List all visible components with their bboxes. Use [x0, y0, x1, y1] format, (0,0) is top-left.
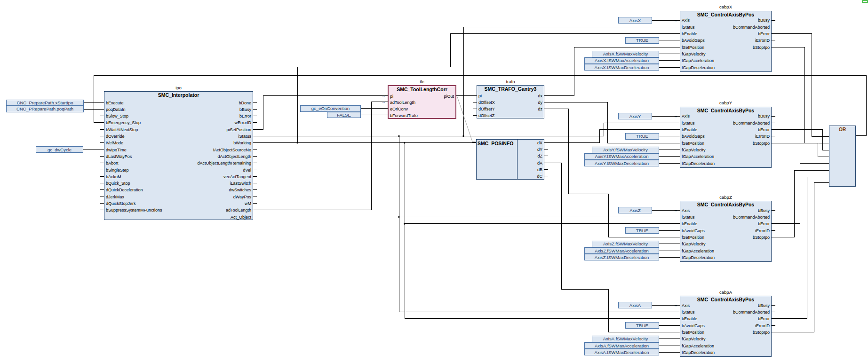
pin-ipo-bsinglestep[interactable]: bSingleStep	[106, 168, 129, 173]
pin-trafo-doffsetx[interactable]: dOffsetX	[478, 100, 495, 105]
literal-axisx-5[interactable]: AxisX	[618, 17, 652, 24]
pin-cabpa-fgapvelocity[interactable]: fGapVelocity	[682, 337, 706, 342]
fb-cabpy-instance-name[interactable]: cabpY	[680, 100, 772, 105]
pin-ipo-dwswitches[interactable]: dwSwitches	[229, 188, 251, 193]
pin-ipo-bbusy[interactable]: bBusy	[239, 107, 251, 112]
pin-cabpx-benable[interactable]: bEnable	[682, 31, 697, 37]
pin-ipo-bquick-stop[interactable]: bQuick_Stop	[106, 181, 130, 186]
pin-posinfo-dz[interactable]: dZ	[537, 154, 542, 159]
pin-cabpy-fgapvelocity[interactable]: fGapVelocity	[682, 148, 706, 153]
pin-trafo-pi[interactable]: pi	[478, 94, 482, 99]
fb-or[interactable]: OR	[829, 126, 856, 187]
pin-ipo-iactobjectsourceno[interactable]: iActObjectSourceNo	[213, 148, 251, 153]
literal-axisx-fswmaxdeceleration-9[interactable]: AxisX.fSWMaxDeceleration	[584, 64, 659, 71]
pin-ipo-dwipotime[interactable]: dwIpoTime	[106, 148, 127, 153]
fb-trafo-instance-name[interactable]: trafo	[477, 79, 544, 84]
literal-axisx-fswmaxvelocity-7[interactable]: AxisX.fSWMaxVelocity	[592, 51, 659, 57]
pin-cabpz-fgapdeceleration[interactable]: fGapDeceleration	[682, 255, 715, 260]
pin-ipo-vecacttangent[interactable]: vecActTangent	[223, 174, 251, 180]
literal-axisy-fswmaxdeceleration-14[interactable]: AxisY.fSWMaxDeceleration	[584, 160, 659, 166]
pin-cabpy-fgapacceleration[interactable]: fGapAcceleration	[682, 154, 714, 159]
literal-axisz-fswmaxdeceleration-19[interactable]: AxisZ.fSWMaxDeceleration	[584, 254, 659, 260]
literal-axisy-fswmaxvelocity-12[interactable]: AxisY.fSWMaxVelocity	[592, 147, 659, 153]
fb-cabpy[interactable]: SMC_ControlAxisByPosAxisiStatusbEnablebA…	[680, 107, 772, 168]
pin-ipo-wm[interactable]: wM	[245, 201, 251, 206]
pin-trafo-dx[interactable]: dx	[538, 94, 542, 99]
literal-axisz-15[interactable]: AxisZ	[618, 207, 652, 213]
pin-ipo-dactobjectlength[interactable]: dActObjectLength	[217, 154, 251, 159]
literal-axisa-fswmaxdeceleration-24[interactable]: AxisA.fSWMaxDeceleration	[584, 349, 659, 355]
pin-cabpz-bstopipo[interactable]: bStopIpo	[753, 235, 770, 240]
pin-cabpy-bcommandaborted[interactable]: bCommandAborted	[733, 121, 770, 126]
pin-ipo-bworking[interactable]: bWorking	[233, 141, 251, 146]
fb-cabpz-instance-name[interactable]: cabpZ	[680, 195, 772, 200]
pin-ipo-bslow-stop[interactable]: bSlow_Stop	[106, 114, 128, 119]
pin-cabpy-bbusy[interactable]: bBusy	[758, 114, 770, 119]
pin-ipo-doverride[interactable]: dOverride	[106, 134, 125, 139]
pin-cabpa-berror[interactable]: bError	[758, 316, 770, 322]
pin-ipo-bexecute[interactable]: bExecute	[106, 101, 124, 106]
literal-axisx-fswmaxacceleration-8[interactable]: AxisX.fSWMaxAcceleration	[584, 57, 659, 64]
pin-cabpy-fgapdeceleration[interactable]: fGapDeceleration	[682, 161, 715, 166]
fb-tlc-instance-name[interactable]: tlc	[388, 79, 456, 84]
fb-ipo[interactable]: SMC_InterpolatorbExecutepoqDataInbSlow_S…	[104, 91, 253, 220]
fb-ipo-instance-name[interactable]: ipo	[104, 85, 253, 90]
pin-cabpa-bcommandaborted[interactable]: bCommandAborted	[733, 310, 770, 315]
pin-posinfo-dc[interactable]: dC	[537, 174, 542, 179]
literal-gc-eoriconvention-3[interactable]: gc_eOriConvention	[300, 105, 361, 112]
pin-posinfo-dy[interactable]: dY	[537, 147, 542, 152]
pin-cabpa-axis[interactable]: Axis	[682, 303, 690, 308]
pin-cabpz-berror[interactable]: bError	[758, 221, 770, 227]
pin-cabpa-istatus[interactable]: iStatus	[682, 310, 695, 315]
pin-cabpx-fgapacceleration[interactable]: fGapAcceleration	[682, 58, 714, 63]
pin-posinfo-da[interactable]: dA	[537, 161, 542, 166]
pin-ipo-werrorid[interactable]: wErrorID	[235, 120, 252, 126]
literal-gc-dwcycle-2[interactable]: gc_dwCycle	[36, 146, 83, 153]
pin-ipo-act-object[interactable]: Act_Object	[231, 215, 251, 220]
pin-tlc-pi[interactable]: pi	[390, 94, 393, 99]
literal-true-21[interactable]: TRUE	[625, 322, 659, 329]
pin-cabpz-ierrorid[interactable]: iErrorID	[755, 228, 770, 234]
pin-cabpz-bbusy[interactable]: bBusy	[758, 208, 770, 213]
pin-posinfo-db[interactable]: dB	[537, 167, 542, 173]
pin-tlc-eoriconv[interactable]: eOriConv	[390, 107, 408, 112]
pin-tlc-adtoollength[interactable]: adToolLength	[390, 100, 415, 105]
pin-cabpz-fsetposition[interactable]: fSetPosition	[682, 235, 704, 240]
pin-posinfo-dx[interactable]: dX	[537, 141, 542, 146]
pin-tlc-piout[interactable]: piOut	[444, 94, 454, 99]
pin-cabpx-fgapdeceleration[interactable]: fGapDeceleration	[682, 65, 715, 71]
pin-cabpa-bstopipo[interactable]: bStopIpo	[753, 330, 770, 335]
pin-ipo-berror[interactable]: bError	[239, 114, 251, 119]
literal-true-16[interactable]: TRUE	[625, 227, 659, 234]
pin-cabpa-fgapacceleration[interactable]: fGapAcceleration	[682, 344, 714, 349]
pin-ipo-poqdatain[interactable]: poqDataIn	[106, 107, 126, 112]
pin-cabpa-bbusy[interactable]: bBusy	[758, 303, 770, 308]
fb-cabpx[interactable]: SMC_ControlAxisByPosAxisiStatusbEnablebA…	[680, 11, 772, 72]
pin-cabpy-bavoidgaps[interactable]: bAvoidGaps	[682, 134, 705, 139]
pin-cabpz-istatus[interactable]: iStatus	[682, 215, 695, 220]
pin-cabpx-bstopipo[interactable]: bStopIpo	[753, 45, 770, 50]
literal-axisz-fswmaxacceleration-18[interactable]: AxisZ.fSWMaxAcceleration	[584, 247, 659, 254]
pin-trafo-dy[interactable]: dy	[538, 100, 542, 105]
pin-ipo-bsuppresssystemmfunctions[interactable]: bSuppressSystemMFunctions	[106, 208, 162, 213]
pin-cabpx-ierrorid[interactable]: iErrorID	[755, 38, 770, 43]
literal-true-6[interactable]: TRUE	[625, 37, 659, 44]
pin-ipo-dquickdeceleration[interactable]: dQuickDeceleration	[106, 188, 143, 193]
pin-cabpy-benable[interactable]: bEnable	[682, 127, 697, 133]
pin-cabpz-benable[interactable]: bEnable	[682, 221, 697, 227]
fb-cabpz[interactable]: SMC_ControlAxisByPosAxisiStatusbEnablebA…	[680, 201, 772, 262]
pin-cabpx-istatus[interactable]: iStatus	[682, 25, 695, 30]
pin-cabpx-berror[interactable]: bError	[758, 31, 770, 37]
pin-ipo-dwaypos[interactable]: dWayPos	[233, 195, 251, 200]
pin-ipo-dactobjectlengthremaining[interactable]: dActObjectLengthRemaining	[197, 161, 251, 166]
fb-cabpa[interactable]: SMC_ControlAxisByPosAxisiStatusbEnablebA…	[680, 296, 772, 357]
literal-axisy-fswmaxacceleration-13[interactable]: AxisY.fSWMaxAcceleration	[584, 153, 659, 160]
pin-ipo-bemergency-stop[interactable]: bEmergency_Stop	[106, 120, 141, 126]
pin-cabpa-benable[interactable]: bEnable	[682, 316, 697, 322]
pin-cabpz-bcommandaborted[interactable]: bCommandAborted	[733, 215, 770, 220]
pin-cabpz-fgapacceleration[interactable]: fGapAcceleration	[682, 249, 714, 254]
pin-trafo-dz[interactable]: dz	[538, 107, 542, 112]
literal-cnc-preparepath-poqpath-1[interactable]: CNC_PReparePath.poqPath	[6, 106, 84, 112]
pin-cabpa-bavoidgaps[interactable]: bAvoidGaps	[682, 323, 705, 329]
literal-axisy-10[interactable]: AxisY	[618, 113, 652, 119]
